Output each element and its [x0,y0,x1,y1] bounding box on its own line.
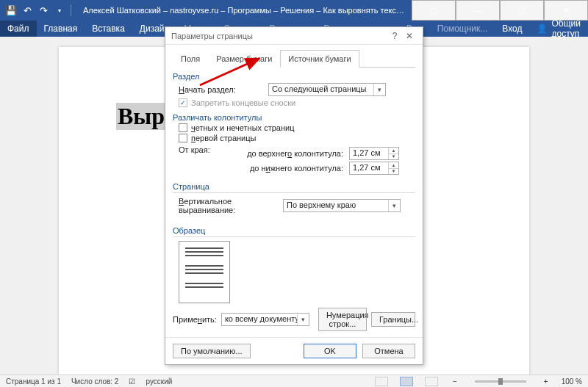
selected-text[interactable]: Выр [116,103,166,130]
print-layout-icon[interactable] [400,377,413,386]
status-word-count[interactable]: Число слов: 2 [71,377,118,386]
sign-in-button[interactable]: Вход [495,21,529,37]
qat-dropdown-icon[interactable]: ▾ [53,4,66,17]
apply-label: Применить: [173,315,217,324]
minimize-button[interactable]: — [456,0,500,21]
apply-to-combo[interactable]: ко всему документу ▾ [221,313,309,326]
footer-distance-spinner[interactable]: 1,27 см ▲▼ [349,162,399,175]
to-header-label: до верхнего колонтитула: [239,149,349,158]
spinner-up-icon[interactable]: ▲ [389,148,398,154]
dialog-tab-paper-source[interactable]: Источник бумаги [280,50,359,68]
section-start-combo[interactable]: Со следующей страницы ▾ [268,83,386,96]
dialog-tab-fields[interactable]: Поля [173,50,208,68]
divider [173,236,415,237]
group-preview-label: Образец [173,226,415,235]
header-distance-value: 1,27 см [350,148,388,159]
title-bar: 💾 ↶ ↷ ▾ Алексей Шатковский – nastroyvse.… [0,0,588,21]
valign-value: По верхнему краю [284,200,388,211]
valign-combo[interactable]: По верхнему краю ▾ [283,199,401,212]
ribbon-display-icon[interactable]: ▢ [412,0,456,21]
group-page-label: Страница [173,182,415,191]
dialog-footer: По умолчанию... OK Отмена [165,337,423,364]
redo-icon[interactable]: ↷ [37,4,50,17]
zoom-in-button[interactable]: + [541,377,551,386]
dialog-close-icon[interactable]: ✕ [402,31,417,41]
zoom-slider[interactable] [475,380,526,383]
page-preview-icon [179,241,230,303]
tab-home[interactable]: Главная [37,21,85,37]
cancel-button[interactable]: Отмена [362,344,415,358]
group-section-label: Раздел [173,72,415,81]
tab-file[interactable]: Файл [0,21,37,37]
odd-even-label: четных и нечетных страниц [191,123,294,132]
dialog-tab-paper-size[interactable]: Размер бумаги [208,50,280,68]
quick-access-toolbar: 💾 ↶ ↷ ▾ [0,4,77,17]
group-headers-label: Различать колонтитулы [173,113,415,122]
default-button[interactable]: По умолчанию... [173,344,251,358]
first-page-checkbox[interactable]: первой страницы [173,134,415,142]
share-button[interactable]: 👤 Общий доступ [529,21,588,37]
web-layout-icon[interactable] [425,377,438,386]
checkbox-box [179,123,187,132]
borders-button[interactable]: Границы... [371,312,415,327]
save-icon[interactable]: 💾 [4,4,18,17]
proofing-icon[interactable]: ☑ [129,377,135,386]
valign-label: Вертикальное выравнивание: [173,197,283,214]
close-button[interactable]: ✕ [544,0,588,21]
spinner-arrows: ▲▼ [388,148,398,159]
share-icon: 👤 [537,23,548,34]
suppress-endnotes-label: Запретить концевые сноски [191,98,295,107]
dialog-help-icon[interactable]: ? [387,31,402,41]
read-mode-icon[interactable] [375,377,388,386]
section-start-label: Начать раздел: [173,85,268,94]
tab-tell-me[interactable]: Помощник... [430,21,495,37]
line-numbers-button[interactable]: Нумерация строк... [318,308,367,331]
dialog-body: Поля Размер бумаги Источник бумаги Разде… [165,45,423,337]
undo-icon[interactable]: ↶ [21,4,34,17]
dialog-title: Параметры страницы [171,32,387,40]
spinner-down-icon[interactable]: ▼ [389,154,398,160]
apply-to-value: ко всему документу [222,314,297,325]
status-page[interactable]: Страница 1 из 1 [6,377,61,386]
header-distance-spinner[interactable]: 1,27 см ▲▼ [349,147,399,160]
apply-row: Применить: ко всему документу ▾ Нумераци… [173,308,415,331]
chevron-down-icon: ▾ [373,84,385,95]
footer-distance-row: до нижнего колонтитула: 1,27 см ▲▼ [239,162,415,175]
odd-even-checkbox[interactable]: четных и нечетных страниц [173,123,415,132]
zoom-slider-thumb[interactable] [498,378,503,385]
status-bar: Страница 1 из 1 Число слов: 2 ☑ русский … [0,375,588,387]
page-setup-dialog: Параметры страницы ? ✕ Поля Размер бумаг… [165,26,423,365]
to-footer-label: до нижнего колонтитула: [239,164,349,173]
chevron-down-icon: ▾ [388,200,400,211]
row-section-start: Начать раздел: Со следующей страницы ▾ [173,83,415,96]
spinner-arrows: ▲▼ [388,162,398,174]
dialog-titlebar[interactable]: Параметры страницы ? ✕ [165,27,423,45]
dialog-tabs: Поля Размер бумаги Источник бумаги [173,49,415,68]
zoom-out-button[interactable]: − [450,377,460,386]
document-title: Алексей Шатковский – nastroyvse.ru – Про… [77,6,412,15]
window-controls: ▢ — ☐ ✕ [412,0,588,21]
checkbox-box: ✓ [179,98,187,107]
share-label: Общий доступ [551,18,581,39]
footer-distance-value: 1,27 см [350,162,388,174]
status-language[interactable]: русский [146,377,172,386]
tab-insert[interactable]: Вставка [85,21,132,37]
spinner-down-icon[interactable]: ▼ [389,169,398,175]
section-start-value: Со следующей страницы [269,84,373,95]
from-edge-label: От края: [173,145,239,176]
header-distance-row: до верхнего колонтитула: 1,27 см ▲▼ [239,147,415,160]
divider [173,192,415,193]
row-valign: Вертикальное выравнивание: По верхнему к… [173,197,415,214]
qat-separator [71,4,71,16]
checkbox-box [179,134,187,142]
spinner-up-icon[interactable]: ▲ [389,162,398,169]
suppress-endnotes-checkbox: ✓ Запретить концевые сноски [173,98,415,107]
first-page-label: первой страницы [191,134,256,142]
maximize-button[interactable]: ☐ [500,0,544,21]
zoom-level[interactable]: 100 % [562,377,582,386]
chevron-down-icon: ▾ [297,314,309,325]
ok-button[interactable]: OK [304,344,356,358]
